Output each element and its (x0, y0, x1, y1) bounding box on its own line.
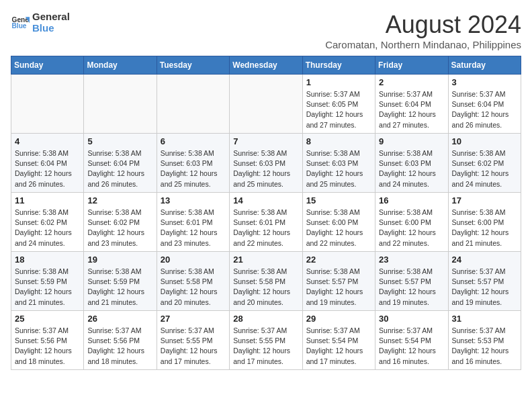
day-info: Sunrise: 5:37 AM Sunset: 5:57 PM Dayligh… (452, 267, 517, 308)
day-number: 2 (379, 77, 444, 87)
day-number: 5 (87, 136, 152, 146)
day-number: 1 (306, 77, 371, 87)
weekday-header-wednesday: Wednesday (230, 56, 302, 75)
day-number: 19 (87, 255, 152, 265)
day-info: Sunrise: 5:38 AM Sunset: 6:00 PM Dayligh… (379, 208, 444, 248)
page-header: General Blue General Blue August 2024 Ca… (11, 11, 521, 50)
day-number: 23 (379, 255, 444, 265)
logo-general: General (32, 11, 70, 22)
calendar-cell: 25Sunrise: 5:37 AM Sunset: 5:56 PM Dayli… (11, 311, 84, 370)
calendar-cell: 16Sunrise: 5:38 AM Sunset: 6:00 PM Dayli… (375, 193, 448, 252)
calendar-cell: 31Sunrise: 5:37 AM Sunset: 5:53 PM Dayli… (448, 311, 521, 370)
day-number: 29 (306, 314, 371, 324)
calendar-cell (11, 75, 84, 134)
calendar-cell: 13Sunrise: 5:38 AM Sunset: 6:01 PM Dayli… (157, 193, 229, 252)
calendar-week-3: 11Sunrise: 5:38 AM Sunset: 6:02 PM Dayli… (11, 193, 521, 252)
calendar-cell: 29Sunrise: 5:37 AM Sunset: 5:54 PM Dayli… (302, 311, 375, 370)
day-info: Sunrise: 5:38 AM Sunset: 5:59 PM Dayligh… (87, 267, 152, 308)
calendar-cell: 21Sunrise: 5:38 AM Sunset: 5:58 PM Dayli… (230, 252, 302, 311)
calendar-cell: 17Sunrise: 5:38 AM Sunset: 6:00 PM Dayli… (448, 193, 521, 252)
day-number: 28 (233, 314, 298, 324)
day-info: Sunrise: 5:38 AM Sunset: 6:00 PM Dayligh… (306, 208, 371, 248)
logo-icon: General Blue (11, 13, 30, 32)
calendar-week-1: 1Sunrise: 5:37 AM Sunset: 6:05 PM Daylig… (11, 75, 521, 134)
calendar-table: SundayMondayTuesdayWednesdayThursdayFrid… (11, 56, 521, 370)
day-info: Sunrise: 5:38 AM Sunset: 6:04 PM Dayligh… (15, 148, 80, 189)
day-number: 30 (379, 314, 444, 324)
day-number: 14 (233, 195, 298, 205)
day-info: Sunrise: 5:38 AM Sunset: 5:59 PM Dayligh… (15, 267, 80, 308)
calendar-cell: 3Sunrise: 5:37 AM Sunset: 6:04 PM Daylig… (448, 75, 521, 134)
day-number: 3 (452, 77, 517, 87)
day-number: 13 (161, 195, 226, 205)
day-number: 20 (161, 255, 226, 265)
day-info: Sunrise: 5:38 AM Sunset: 6:03 PM Dayligh… (161, 148, 226, 189)
day-info: Sunrise: 5:38 AM Sunset: 6:01 PM Dayligh… (233, 208, 298, 248)
day-number: 8 (306, 136, 371, 146)
day-info: Sunrise: 5:37 AM Sunset: 5:55 PM Dayligh… (161, 326, 226, 367)
day-number: 18 (15, 255, 80, 265)
calendar-cell: 30Sunrise: 5:37 AM Sunset: 5:54 PM Dayli… (375, 311, 448, 370)
calendar-cell: 6Sunrise: 5:38 AM Sunset: 6:03 PM Daylig… (157, 134, 229, 193)
day-info: Sunrise: 5:37 AM Sunset: 5:54 PM Dayligh… (306, 326, 371, 367)
calendar-week-2: 4Sunrise: 5:38 AM Sunset: 6:04 PM Daylig… (11, 134, 521, 193)
logo-blue: Blue (32, 22, 70, 34)
logo: General Blue General Blue (11, 11, 70, 34)
calendar-cell: 28Sunrise: 5:37 AM Sunset: 5:55 PM Dayli… (230, 311, 302, 370)
calendar-week-4: 18Sunrise: 5:38 AM Sunset: 5:59 PM Dayli… (11, 252, 521, 311)
calendar-cell: 14Sunrise: 5:38 AM Sunset: 6:01 PM Dayli… (230, 193, 302, 252)
calendar-cell: 27Sunrise: 5:37 AM Sunset: 5:55 PM Dayli… (157, 311, 229, 370)
calendar-cell: 19Sunrise: 5:38 AM Sunset: 5:59 PM Dayli… (84, 252, 157, 311)
day-number: 16 (379, 195, 444, 205)
calendar-cell: 2Sunrise: 5:37 AM Sunset: 6:04 PM Daylig… (375, 75, 448, 134)
day-info: Sunrise: 5:38 AM Sunset: 5:58 PM Dayligh… (233, 267, 298, 308)
weekday-header-monday: Monday (84, 56, 157, 75)
day-number: 24 (452, 255, 517, 265)
day-number: 17 (452, 195, 517, 205)
day-info: Sunrise: 5:37 AM Sunset: 5:56 PM Dayligh… (87, 326, 152, 367)
day-number: 9 (379, 136, 444, 146)
calendar-cell: 10Sunrise: 5:38 AM Sunset: 6:02 PM Dayli… (448, 134, 521, 193)
day-info: Sunrise: 5:37 AM Sunset: 6:04 PM Dayligh… (452, 89, 517, 130)
day-info: Sunrise: 5:37 AM Sunset: 5:55 PM Dayligh… (233, 326, 298, 367)
calendar-cell: 23Sunrise: 5:38 AM Sunset: 5:57 PM Dayli… (375, 252, 448, 311)
day-number: 25 (15, 314, 80, 324)
calendar-cell: 1Sunrise: 5:37 AM Sunset: 6:05 PM Daylig… (302, 75, 375, 134)
weekday-header-row: SundayMondayTuesdayWednesdayThursdayFrid… (11, 56, 521, 75)
day-info: Sunrise: 5:38 AM Sunset: 5:57 PM Dayligh… (306, 267, 371, 308)
day-info: Sunrise: 5:38 AM Sunset: 6:02 PM Dayligh… (452, 148, 517, 189)
day-number: 6 (161, 136, 226, 146)
day-info: Sunrise: 5:38 AM Sunset: 6:02 PM Dayligh… (15, 208, 80, 248)
calendar-cell: 9Sunrise: 5:38 AM Sunset: 6:03 PM Daylig… (375, 134, 448, 193)
calendar-cell: 12Sunrise: 5:38 AM Sunset: 6:02 PM Dayli… (84, 193, 157, 252)
calendar-cell: 5Sunrise: 5:38 AM Sunset: 6:04 PM Daylig… (84, 134, 157, 193)
day-info: Sunrise: 5:38 AM Sunset: 6:01 PM Dayligh… (161, 208, 226, 248)
title-section: August 2024 Caromatan, Northern Mindanao… (325, 11, 521, 50)
day-info: Sunrise: 5:38 AM Sunset: 5:58 PM Dayligh… (161, 267, 226, 308)
calendar-cell: 8Sunrise: 5:38 AM Sunset: 6:03 PM Daylig… (302, 134, 375, 193)
day-number: 26 (87, 314, 152, 324)
calendar-cell: 26Sunrise: 5:37 AM Sunset: 5:56 PM Dayli… (84, 311, 157, 370)
weekday-header-thursday: Thursday (302, 56, 375, 75)
day-info: Sunrise: 5:38 AM Sunset: 5:57 PM Dayligh… (379, 267, 444, 308)
day-info: Sunrise: 5:37 AM Sunset: 5:53 PM Dayligh… (452, 326, 517, 367)
calendar-cell: 18Sunrise: 5:38 AM Sunset: 5:59 PM Dayli… (11, 252, 84, 311)
calendar-cell (157, 75, 229, 134)
calendar-cell: 7Sunrise: 5:38 AM Sunset: 6:03 PM Daylig… (230, 134, 302, 193)
day-number: 15 (306, 195, 371, 205)
calendar-cell: 24Sunrise: 5:37 AM Sunset: 5:57 PM Dayli… (448, 252, 521, 311)
day-info: Sunrise: 5:38 AM Sunset: 6:04 PM Dayligh… (87, 148, 152, 189)
day-info: Sunrise: 5:38 AM Sunset: 6:02 PM Dayligh… (87, 208, 152, 248)
day-number: 12 (87, 195, 152, 205)
day-number: 10 (452, 136, 517, 146)
calendar-cell (230, 75, 302, 134)
weekday-header-friday: Friday (375, 56, 448, 75)
day-info: Sunrise: 5:37 AM Sunset: 6:05 PM Dayligh… (306, 89, 371, 130)
weekday-header-tuesday: Tuesday (157, 56, 229, 75)
calendar-cell: 11Sunrise: 5:38 AM Sunset: 6:02 PM Dayli… (11, 193, 84, 252)
calendar-cell: 20Sunrise: 5:38 AM Sunset: 5:58 PM Dayli… (157, 252, 229, 311)
day-number: 4 (15, 136, 80, 146)
calendar-cell: 22Sunrise: 5:38 AM Sunset: 5:57 PM Dayli… (302, 252, 375, 311)
day-number: 22 (306, 255, 371, 265)
svg-text:Blue: Blue (12, 22, 27, 30)
